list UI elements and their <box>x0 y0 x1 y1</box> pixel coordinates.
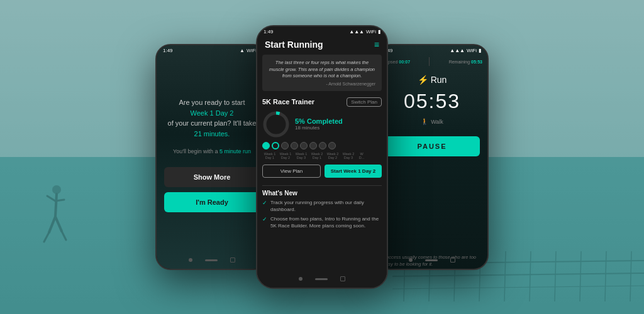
phone-center: 1:49 ▲▲▲ WiFi ▮ Start Running ≡ The last… <box>256 25 388 289</box>
view-plan-button[interactable]: View Plan <box>262 165 321 178</box>
center-title: Start Running <box>265 40 323 50</box>
left-content: Are you ready to start Week 1 Day 2 of y… <box>157 55 267 269</box>
week-dot-3 <box>281 142 289 149</box>
right-wifi-icon: WiFi <box>467 48 477 53</box>
center-recent-btn[interactable] <box>340 276 345 281</box>
left-time-highlight: 21 minutes. <box>194 130 230 138</box>
quote-text: The last three or four reps is what make… <box>269 60 375 80</box>
center-battery-icon: ▮ <box>378 29 380 35</box>
week-label-4: Week 2 Day 1 <box>309 152 325 160</box>
center-screen: 1:49 ▲▲▲ WiFi ▮ Start Running ≡ The last… <box>257 26 387 288</box>
left-question: Are you ready to start Week 1 Day 2 of y… <box>164 97 260 139</box>
right-status-bar: 1:49 ▲▲▲ WiFi ▮ <box>377 45 487 55</box>
left-sub: You'll begin with a 5 minute run <box>164 148 260 154</box>
center-status-bar: 1:49 ▲▲▲ WiFi ▮ <box>257 26 387 36</box>
svg-point-21 <box>265 113 287 136</box>
whats-new-section: What's New ✓ Track your running progress… <box>257 187 387 235</box>
progress-info: 5% Completed 18 minutes <box>295 117 382 131</box>
elapsed-value: 00:07 <box>399 60 410 64</box>
center-wifi-icon: WiFi <box>366 29 376 35</box>
hamburger-icon[interactable]: ≡ <box>374 40 379 50</box>
im-ready-button[interactable]: I'm Ready <box>164 192 260 212</box>
week-dot-6 <box>309 142 317 149</box>
left-back-btn[interactable] <box>189 258 192 262</box>
switch-plan-button[interactable]: Switch Plan <box>347 97 382 107</box>
left-status-bar: 1:49 ▲ WiFi ▮ <box>157 45 267 55</box>
phone-left: 1:49 ▲ WiFi ▮ Are you ready to start Wee… <box>155 44 269 270</box>
right-nav-bar <box>377 255 487 265</box>
action-buttons: View Plan Start Week 1 Day 2 <box>262 165 382 180</box>
race-trainer-section: 5K Race Trainer Switch Plan 5% Completed… <box>257 94 387 184</box>
center-signal-icon: ▲▲▲ <box>349 29 364 35</box>
left-home-btn[interactable] <box>205 259 218 261</box>
quote-box: The last three or four reps is what make… <box>262 55 382 91</box>
week-dot-5 <box>300 142 308 149</box>
center-status-icons: ▲▲▲ WiFi ▮ <box>349 29 380 35</box>
progress-section: 5% Completed 18 minutes <box>262 111 382 138</box>
timer-main: ⚡ Run 05:53 🚶 Walk <box>377 68 487 131</box>
week-label-1: Week 1 Day 1 <box>262 152 277 160</box>
whats-new-item-2: ✓ Choose from two plans, Intro to Runnin… <box>262 215 382 229</box>
quote-author: - Arnold Schwarzenegger <box>269 82 375 86</box>
signal-icon: ▲ <box>240 48 245 53</box>
right-screen: 1:49 ▲▲▲ WiFi ▮ Elapsed 00:07 Remaining <box>377 45 487 269</box>
week-label-2: Week 1 Day 2 <box>278 152 293 160</box>
wifi-icon: WiFi <box>247 48 257 53</box>
week-dot-2 <box>272 142 279 149</box>
remaining-label: Remaining <box>449 60 470 64</box>
start-week-button[interactable]: Start Week 1 Day 2 <box>325 165 382 178</box>
week-dot-1 <box>262 142 270 149</box>
remaining-value: 05:53 <box>471 60 482 64</box>
whats-new-title: What's New <box>262 190 382 197</box>
center-content: 1:49 ▲▲▲ WiFi ▮ Start Running ≡ The last… <box>257 26 387 288</box>
left-nav-bar <box>157 255 267 265</box>
week-dots <box>262 142 382 149</box>
run-label: ⚡ Run <box>418 75 447 85</box>
week-label-5: Week 2 Day 2 <box>325 152 340 160</box>
timer-display: 05:53 <box>404 90 460 113</box>
left-screen: 1:49 ▲ WiFi ▮ Are you ready to start Wee… <box>157 45 267 269</box>
left-sub-text: You'll begin with a <box>173 148 218 154</box>
center-divider <box>262 185 382 186</box>
walk-text: Walk <box>431 119 443 125</box>
right-signal-icon: ▲▲▲ <box>450 48 465 53</box>
left-week-highlight: Week 1 Day 2 <box>191 109 234 117</box>
left-sub-highlight: 5 minute run <box>219 148 251 154</box>
left-question-text: Are you ready to start <box>179 99 245 106</box>
check-icon-2: ✓ <box>262 216 267 222</box>
check-icon-1: ✓ <box>262 200 267 206</box>
right-content: Elapsed 00:07 Remaining 05:53 ⚡ Run <box>377 55 487 269</box>
progress-donut <box>262 111 290 138</box>
week-labels: Week 1 Day 1 Week 1 Day 2 Week 1 Day 3 <box>262 152 382 160</box>
whats-new-item-1: ✓ Track your running progress with our d… <box>262 199 382 213</box>
walk-label: 🚶 Walk <box>421 118 443 125</box>
race-trainer-title: 5K Race Trainer <box>262 98 314 106</box>
phone-right: 1:49 ▲▲▲ WiFi ▮ Elapsed 00:07 Remaining <box>375 44 489 270</box>
left-recent-btn[interactable] <box>230 257 235 263</box>
whats-new-text-2: Choose from two plans, Intro to Running … <box>270 215 382 229</box>
run-text: Run <box>431 75 447 85</box>
left-question-middle: of your current plan? It'll take <box>168 119 257 127</box>
week-dot-8 <box>328 142 336 149</box>
progress-minutes: 18 minutes <box>295 125 382 131</box>
center-nav-bar <box>257 274 387 284</box>
right-timer-header: Elapsed 00:07 Remaining 05:53 <box>377 55 487 68</box>
center-back-btn[interactable] <box>299 277 303 281</box>
week-label-3: Week 1 Day 3 <box>294 152 309 160</box>
week-label-7: W D... <box>357 152 367 160</box>
walk-icon: 🚶 <box>421 118 428 125</box>
lightning-icon: ⚡ <box>418 75 428 85</box>
pause-button[interactable]: PAUSE <box>384 136 480 156</box>
week-dot-7 <box>319 142 326 149</box>
week-label-6: Week 2 Day 3 <box>341 152 356 160</box>
left-time: 1:49 <box>163 48 173 53</box>
center-home-btn[interactable] <box>315 278 328 280</box>
timer-header-divider <box>429 57 430 66</box>
right-back-btn[interactable] <box>409 258 413 262</box>
week-dot-4 <box>291 142 298 149</box>
phones-container: 1:49 ▲ WiFi ▮ Are you ready to start Wee… <box>0 0 644 314</box>
right-home-btn[interactable] <box>425 259 438 261</box>
center-header: Start Running ≡ <box>257 36 387 52</box>
show-more-button[interactable]: Show More <box>164 167 260 187</box>
right-recent-btn[interactable] <box>450 257 455 263</box>
